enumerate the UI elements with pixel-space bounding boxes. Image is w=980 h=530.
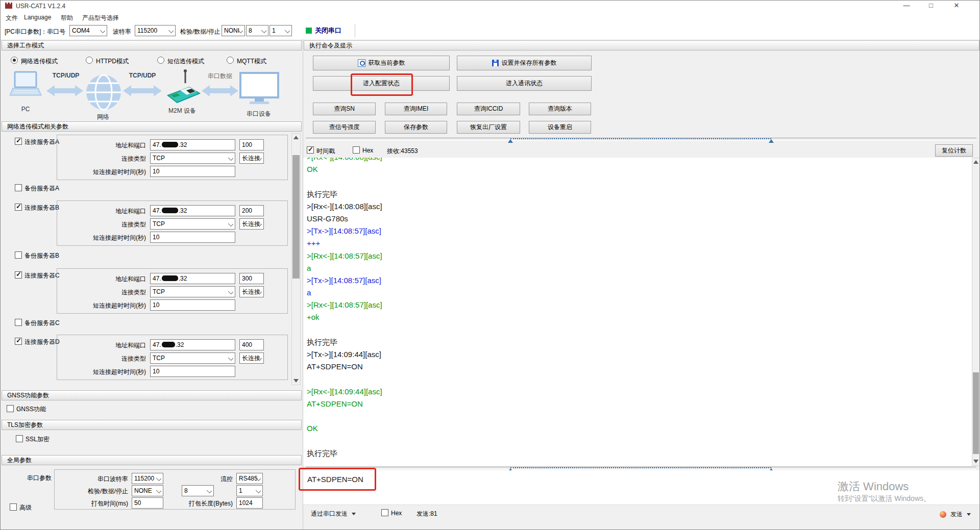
ssl-checkbox[interactable]: [16, 435, 23, 442]
server-c-checkbox[interactable]: [15, 271, 22, 279]
gnss-header: GNSS功能参数: [2, 390, 302, 400]
server-b-timeout-input[interactable]: 10: [150, 232, 235, 243]
scroll-down-icon[interactable]: [973, 460, 978, 463]
app-window: USR-CAT1 V1.2.4 — □ ✕ 文件 Language 帮助 产品型…: [0, 0, 980, 530]
server-d-address-input[interactable]: 47..32: [150, 339, 235, 350]
query-signal-button[interactable]: 查信号强度: [313, 121, 376, 134]
server-a-port-input[interactable]: 100: [239, 139, 264, 150]
scroll-up-icon[interactable]: [293, 136, 299, 139]
query-version-button[interactable]: 查询版本: [529, 103, 591, 115]
server-c-address-input[interactable]: 47..32: [150, 273, 235, 284]
g-parity-select[interactable]: NONE: [132, 485, 163, 496]
log-scrollbar[interactable]: [972, 158, 980, 466]
send-hex-checkbox[interactable]: [381, 509, 388, 516]
backup-b-checkbox[interactable]: [15, 251, 22, 259]
server-b-port-input[interactable]: 200: [239, 205, 264, 216]
server-d-port-input[interactable]: 400: [239, 339, 264, 350]
backup-c-label: 备份服务器C: [24, 319, 60, 327]
server-b-conn-select[interactable]: 长连接: [239, 218, 264, 230]
windows-activation-watermark-sub: 转到“设置”以激活 Windows。: [838, 494, 930, 503]
radio-net-passthrough[interactable]: [11, 57, 18, 64]
set-save-params-button[interactable]: 设置并保存所有参数: [457, 56, 592, 70]
factory-reset-button[interactable]: 恢复出厂设置: [457, 121, 520, 134]
backup-a-checkbox[interactable]: [15, 184, 22, 191]
floppy-save-icon: [492, 60, 499, 66]
advanced-checkbox[interactable]: [10, 503, 17, 511]
send-via-serial-button[interactable]: 通过串口发送: [311, 508, 356, 519]
serial-device-icon: [239, 72, 279, 106]
splitter-thumb-icon[interactable]: [769, 139, 774, 143]
server-b-address-input[interactable]: 47..32: [150, 205, 235, 216]
pc-icon: [9, 71, 42, 104]
g-stopbits-select[interactable]: 1: [236, 485, 263, 496]
g-flow-select[interactable]: RS485: [236, 473, 263, 484]
databits-select[interactable]: 8: [246, 25, 268, 36]
reset-count-button[interactable]: 复位计数: [935, 144, 973, 157]
query-sn-button[interactable]: 查询SN: [313, 103, 376, 115]
server-a-checkbox[interactable]: [15, 138, 22, 145]
g-parity-label: 检验/数据/停止: [56, 487, 128, 496]
radio-sms-passthrough[interactable]: [157, 57, 164, 64]
server-d-type-select[interactable]: TCP: [150, 352, 235, 364]
scrollbar-thumb[interactable]: [973, 372, 979, 454]
timestamp-checkbox[interactable]: [307, 146, 314, 154]
log-lines: >[Rx<-][14:08:08][asc]OK 执行完毕>[Rx<-][14:…: [303, 158, 972, 460]
search-doc-icon: [358, 59, 365, 67]
scrollbar-thumb[interactable]: [292, 155, 300, 279]
save-params-button[interactable]: 保存参数: [385, 121, 447, 134]
scroll-up-icon[interactable]: [973, 160, 978, 164]
menu-help[interactable]: 帮助: [61, 14, 73, 22]
enter-comm-button[interactable]: 进入通讯状态: [457, 76, 592, 91]
radio-httpd[interactable]: [86, 57, 93, 64]
server-b-type-select[interactable]: TCP: [150, 218, 235, 230]
menu-file[interactable]: 文件: [6, 14, 18, 22]
server-d-timeout-input[interactable]: 10: [150, 366, 235, 377]
server-a-type-select[interactable]: TCP: [150, 153, 235, 164]
backup-c-checkbox[interactable]: [15, 319, 22, 326]
g-databits-select[interactable]: 8: [182, 485, 214, 496]
close-button[interactable]: ✕: [945, 1, 968, 12]
com-port-select[interactable]: COM4: [69, 25, 107, 36]
server-a-conn-select[interactable]: 长连接: [239, 153, 264, 164]
g-packlen-label: 打包长度(Bytes): [174, 499, 233, 508]
server-c-conn-select[interactable]: 长连接: [239, 286, 264, 297]
server-b-checkbox[interactable]: [15, 204, 22, 211]
backup-a-label: 备份服务器A: [24, 184, 59, 193]
server-d-conn-select[interactable]: 长连接: [239, 352, 264, 364]
parity-select[interactable]: NONI: [222, 25, 245, 36]
m2m-label: M2M 设备: [166, 107, 199, 115]
splitter-thumb-icon[interactable]: [508, 139, 513, 143]
server-d-checkbox[interactable]: [15, 338, 22, 345]
link-arrow-icon: [202, 84, 238, 97]
device-restart-button[interactable]: 设备重启: [529, 121, 591, 134]
close-serial-button[interactable]: 关闭串口: [306, 24, 352, 37]
server-a-timeout-input[interactable]: 10: [150, 166, 235, 177]
server-a-address-input[interactable]: 47..32: [150, 139, 235, 150]
g-baud-select[interactable]: 115200: [132, 473, 163, 484]
link2-label: TCP/UDP: [128, 72, 157, 79]
query-iccid-button[interactable]: 查询ICCID: [457, 103, 520, 115]
query-imei-button[interactable]: 查询IMEI: [385, 103, 447, 115]
send-button[interactable]: 发送: [940, 509, 971, 519]
chevron-down-icon: [228, 221, 233, 226]
annotation-box-send: [299, 468, 376, 491]
g-packtime-input[interactable]: 50: [132, 497, 163, 509]
g-packlen-input[interactable]: 1024: [236, 497, 263, 509]
server-c-type-select[interactable]: TCP: [150, 286, 235, 297]
server-c-port-input[interactable]: 300: [239, 273, 264, 284]
radio-mqtt[interactable]: [227, 57, 234, 64]
left-panel-scrollbar[interactable]: [291, 133, 301, 385]
get-params-button[interactable]: 获取当前参数: [313, 56, 450, 70]
scroll-down-icon[interactable]: [293, 379, 299, 383]
server-c-timeout-input[interactable]: 10: [150, 299, 235, 311]
menu-language[interactable]: Language: [24, 14, 51, 21]
menu-product-model[interactable]: 产品型号选择: [82, 14, 119, 22]
minimize-button[interactable]: —: [895, 1, 918, 12]
stopbits-select[interactable]: 1: [270, 25, 292, 36]
log-output[interactable]: >[Rx<-][14:08:08][asc]OK 执行完毕>[Rx<-][14:…: [303, 158, 972, 466]
baud-select[interactable]: 115200: [135, 25, 176, 36]
radio-mqtt-label: MQTT模式: [237, 57, 266, 66]
maximize-button[interactable]: □: [919, 1, 943, 12]
log-hex-checkbox[interactable]: [353, 146, 360, 154]
gnss-checkbox[interactable]: [7, 405, 14, 412]
